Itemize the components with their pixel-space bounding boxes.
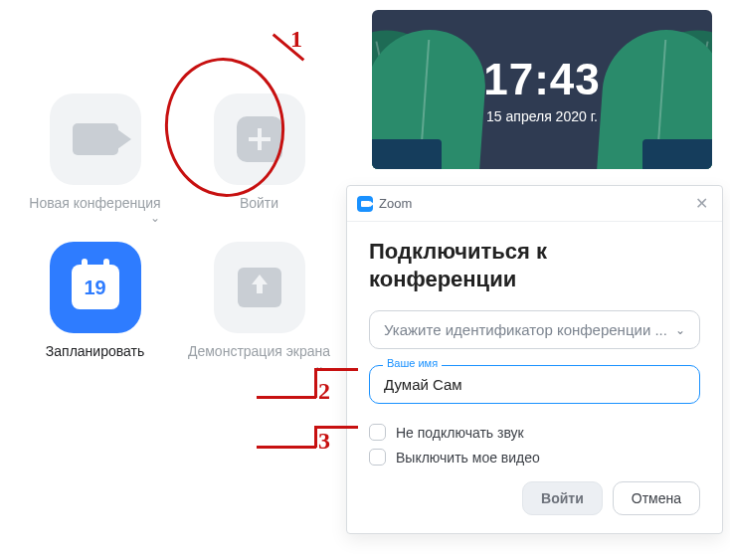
checkbox-no-audio-label: Не подключать звук	[396, 425, 524, 441]
calendar-icon: 19	[50, 242, 141, 333]
annotation-line	[257, 396, 316, 399]
tile-join[interactable]: Войти	[185, 93, 334, 212]
cancel-button[interactable]: Отмена	[613, 481, 700, 515]
dialog-heading: Подключиться к конференции	[369, 238, 700, 292]
chevron-down-icon: ⌄	[675, 323, 685, 337]
annotation-line	[314, 426, 317, 448]
home-tiles: Новая конференция ⌄ Войти 19 Запланирова…	[18, 93, 336, 360]
join-button[interactable]: Войти	[522, 481, 603, 515]
tile-new-conference[interactable]: Новая конференция ⌄	[21, 93, 170, 212]
checkbox-no-video-label: Выключить мое видео	[396, 450, 540, 466]
zoom-icon	[357, 196, 373, 212]
annotation-line	[273, 33, 305, 61]
chevron-down-icon[interactable]: ⌄	[314, 359, 324, 373]
meeting-id-placeholder: Укажите идентификатор конференции ...	[384, 321, 667, 338]
checkbox-no-video[interactable]: Выключить мое видео	[369, 449, 700, 466]
tile-join-label: Войти	[185, 195, 334, 212]
name-field-label: Ваше имя	[383, 357, 442, 369]
annotation-line	[257, 446, 316, 449]
tile-share-label: Демонстрация экрана	[185, 343, 334, 360]
clock-time: 17:43	[483, 55, 601, 104]
annotation-number-2: 2	[318, 378, 330, 405]
calendar-day: 19	[72, 277, 119, 299]
dialog-app-name: Zoom	[379, 196, 412, 211]
annotation-number-1: 1	[290, 26, 302, 53]
tile-schedule[interactable]: 19 Запланировать	[21, 242, 170, 360]
name-input[interactable]	[369, 365, 700, 404]
dialog-titlebar: Zoom ✕	[347, 186, 722, 222]
share-screen-icon	[214, 242, 305, 333]
tile-new-conference-label: Новая конференция	[21, 195, 170, 212]
checkbox-no-audio[interactable]: Не подключать звук	[369, 424, 700, 441]
close-icon[interactable]: ✕	[691, 192, 712, 215]
camera-icon	[50, 93, 141, 185]
checkbox-icon[interactable]	[369, 449, 386, 466]
meeting-id-select[interactable]: Укажите идентификатор конференции ... ⌄	[369, 310, 700, 349]
checkbox-icon[interactable]	[369, 424, 386, 441]
clock-widget: 17:43 15 апреля 2020 г.	[372, 10, 712, 169]
clock-date: 15 апреля 2020 г.	[486, 108, 598, 124]
tile-share-screen[interactable]: Демонстрация экрана ⌄	[185, 242, 334, 360]
join-dialog: Zoom ✕ Подключиться к конференции Укажит…	[346, 185, 723, 534]
plus-icon	[214, 93, 305, 185]
annotation-number-3: 3	[318, 428, 330, 455]
chevron-down-icon[interactable]: ⌄	[150, 211, 160, 225]
tile-schedule-label: Запланировать	[21, 343, 170, 360]
